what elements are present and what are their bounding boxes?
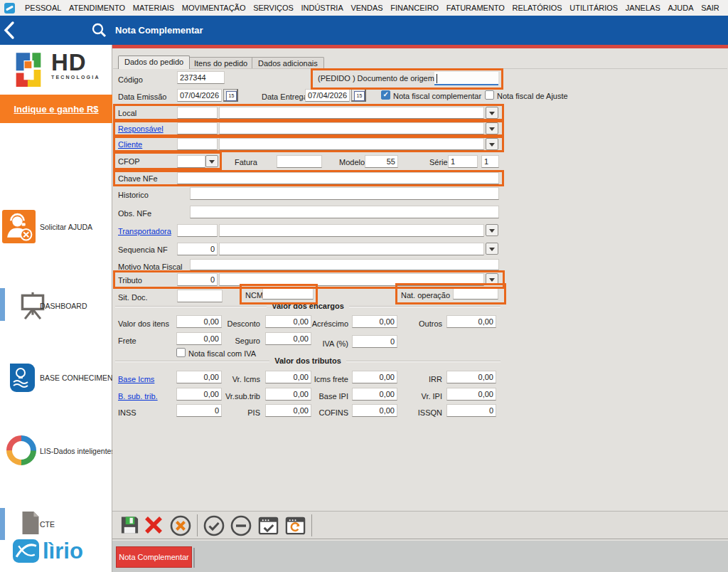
codigo-field[interactable]: 237344 [177, 71, 225, 84]
transportadora-label[interactable]: Transportadora [118, 227, 171, 235]
menu-item-servicos[interactable]: SERVIÇOS [253, 4, 294, 12]
vr-sub-trib-label: Vr.sub.trib [219, 392, 260, 401]
cliente-label[interactable]: Cliente [118, 140, 142, 149]
ncm-field[interactable] [262, 287, 314, 300]
menu-item-pessoal[interactable]: PESSOAL [25, 4, 61, 12]
serie-field-2[interactable]: 1 [481, 155, 499, 168]
serie-label: Série [429, 158, 448, 166]
acrescimo-field[interactable]: 0,00 [352, 315, 397, 328]
issqn-field[interactable]: 0 [446, 404, 496, 417]
calendar-icon[interactable] [351, 89, 366, 102]
historico-field[interactable] [190, 187, 499, 200]
nota-fiscal-de-ajuste-label: Nota fiscal de Ajuste [497, 92, 568, 100]
confirm-circle-button[interactable] [203, 514, 225, 537]
tributo-desc-field[interactable] [219, 273, 484, 286]
menu-item-faturamento[interactable]: FATURAMENTO [446, 4, 505, 12]
local-desc-field[interactable] [219, 107, 484, 119]
b-sub-trib-label[interactable]: B. sub. trib. [118, 392, 158, 401]
cfop-dropdown-button[interactable] [205, 155, 218, 167]
menu-item-janelas[interactable]: JANELAS [626, 4, 660, 12]
valor-dos-itens-field[interactable]: 0,00 [176, 315, 222, 328]
sequencia-nf-field[interactable]: 0 [177, 243, 218, 255]
modelo-field[interactable]: 55 [365, 155, 398, 168]
menu-item-movimentacao[interactable]: MOVIMENTAÇÃO [182, 4, 246, 12]
action-toolbar [112, 511, 728, 539]
cancel-circle-button[interactable] [169, 514, 192, 537]
back-icon[interactable] [4, 21, 15, 43]
calendar-icon[interactable] [223, 89, 238, 102]
toolbar-separator [197, 514, 198, 536]
sidebar-item-solicitar-ajuda[interactable]: Solicitar AJUDA [0, 127, 112, 163]
base-icms-field[interactable]: 0,00 [176, 371, 222, 383]
save-button[interactable] [118, 514, 141, 537]
documento-origem-input[interactable] [434, 72, 498, 85]
data-entrega-field[interactable]: 07/04/2026 [305, 89, 350, 102]
sidebar-item-cte[interactable]: CTE [0, 276, 112, 312]
ncm-label: NCM [245, 291, 263, 300]
sidebar-item-lis-dados-inteligentes[interactable]: LIS-Dados inteligentes [0, 239, 112, 275]
transportadora-code-field[interactable] [177, 224, 218, 237]
data-emissao-field[interactable]: 07/04/2026 [177, 89, 222, 102]
serie-field[interactable]: 1 [448, 155, 478, 168]
base-icms-label[interactable]: Base Icms [118, 375, 154, 383]
refresh-window-button[interactable] [284, 514, 306, 537]
motivo-nota-fiscal-field[interactable] [190, 259, 499, 270]
cliente-dropdown-button[interactable] [486, 138, 498, 150]
nota-fiscal-de-ajuste-checkbox[interactable] [485, 90, 494, 100]
sidebar-item-dashboard[interactable]: DASHBOARD [0, 166, 112, 202]
apply-window-button[interactable] [257, 514, 279, 537]
menu-item-industria[interactable]: INDÚSTRIA [301, 4, 343, 12]
tab-dados-adicionais[interactable]: Dados adicionais [252, 57, 324, 69]
local-dropdown-button[interactable] [486, 107, 498, 119]
tributo-dropdown-button[interactable] [486, 273, 498, 285]
cliente-desc-field[interactable] [219, 138, 484, 150]
fatura-label: Fatura [235, 158, 257, 166]
inss-field[interactable]: 0 [176, 404, 222, 417]
transportadora-desc-field[interactable] [219, 224, 484, 237]
menu-item-materiais[interactable]: MATERIAIS [133, 4, 174, 12]
delete-button[interactable] [142, 514, 165, 537]
chave-nfe-field[interactable] [177, 172, 499, 184]
remove-circle-button[interactable] [230, 514, 252, 537]
tributo-field[interactable]: 0 [177, 273, 218, 286]
cofins-field[interactable]: 0,00 [352, 404, 397, 417]
irr-field[interactable]: 0,00 [446, 371, 496, 383]
menu-item-ajuda[interactable]: AJUDA [668, 4, 693, 12]
responsavel-dropdown-button[interactable] [486, 122, 498, 134]
obs-nfe-field[interactable] [190, 206, 499, 218]
cfop-field[interactable] [177, 155, 205, 168]
sit-doc-field[interactable] [177, 290, 223, 302]
fatura-field[interactable] [277, 155, 322, 168]
hd-logo-text: HD TECNOLOGIA [51, 51, 100, 80]
outros-field[interactable]: 0,00 [446, 315, 496, 328]
b-sub-trib-field[interactable]: 0,00 [176, 388, 222, 401]
vr-ipi-field[interactable]: 0,00 [446, 388, 496, 401]
menu-item-utilitarios[interactable]: UTILITÁRIOS [569, 4, 618, 12]
window-tab-nota-complementar[interactable]: Nota Complementar [116, 546, 192, 568]
cliente-code-field[interactable] [177, 138, 218, 150]
nota-fiscal-complementar-checkbox[interactable] [381, 90, 390, 100]
menu-item-sair[interactable]: SAIR [701, 4, 719, 12]
iva-field[interactable]: 0 [352, 335, 397, 348]
sequencia-nf-desc-field[interactable] [219, 243, 484, 255]
icms-frete-field[interactable]: 0,00 [352, 371, 397, 383]
nat-operacao-field[interactable] [453, 287, 498, 300]
menu-item-vendas[interactable]: VENDAS [350, 4, 382, 12]
transportadora-dropdown-button[interactable] [486, 224, 498, 236]
local-code-field[interactable] [177, 107, 218, 119]
nat-operacao-label: Nat. operação [401, 291, 450, 300]
tab-itens-do-pedido[interactable]: Itens do pedido [188, 57, 254, 69]
responsavel-desc-field[interactable] [219, 122, 484, 134]
search-icon[interactable] [91, 22, 107, 41]
responsavel-code-field[interactable] [177, 122, 218, 134]
menu-item-financeiro[interactable]: FINANCEIRO [390, 4, 439, 12]
sequencia-nf-dropdown-button[interactable] [486, 243, 498, 255]
menu-item-relatorios[interactable]: RELATÓRIOS [513, 4, 562, 12]
menu-item-atendimento[interactable]: ATENDIMENTO [69, 4, 125, 12]
frete-field[interactable]: 0,00 [176, 332, 222, 345]
responsavel-label[interactable]: Responsável [118, 125, 164, 133]
indique-e-ganhe-button[interactable]: Indique e ganhe R$ [0, 95, 112, 123]
tab-dados-do-pedido[interactable]: Dados do pedido [118, 55, 190, 69]
sidebar-item-base-conhecimento[interactable]: BASE CONHECIMENTO [0, 203, 112, 238]
base-ipi-field[interactable]: 0,00 [352, 388, 397, 401]
